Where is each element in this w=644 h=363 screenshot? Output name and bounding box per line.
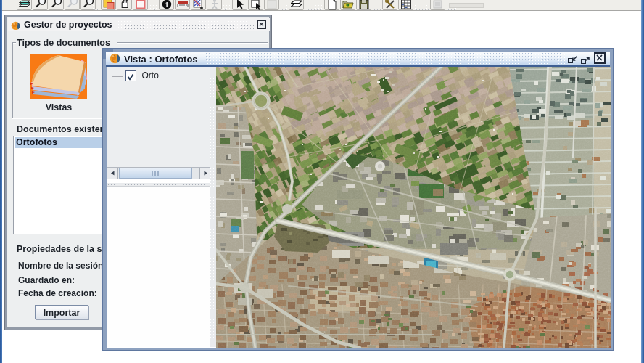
svg-text:1: 1 <box>165 1 169 9</box>
